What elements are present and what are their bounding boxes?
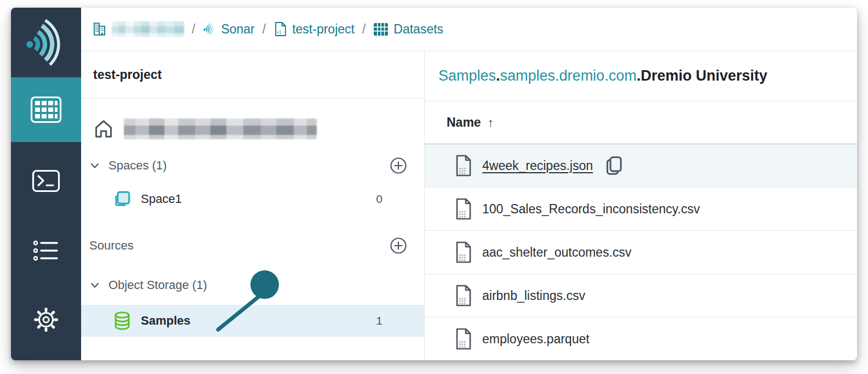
terminal-icon (32, 169, 60, 192)
project-title: test-project (81, 51, 424, 99)
nav-datasets[interactable] (11, 77, 81, 142)
tree-samples-row[interactable]: Samples 1 (81, 305, 424, 337)
file-icon (455, 327, 472, 350)
redacted-org-name (112, 21, 184, 37)
tree-object-storage-row[interactable]: Object Storage (1) (81, 273, 424, 297)
sort-ascending-icon[interactable]: ↑ (488, 116, 494, 130)
table-row[interactable]: employees.parquet (425, 318, 857, 360)
add-space-button[interactable] (389, 156, 408, 175)
path-dot: . (637, 67, 641, 84)
datasets-panel: Samples.samples.dremio.com.Dremio Univer… (425, 51, 857, 360)
breadcrumb-sonar-label: Sonar (221, 22, 254, 37)
left-nav-rail (11, 8, 81, 360)
path-segment-folder: Dremio University (641, 67, 767, 84)
table-row[interactable]: airbnb_listings.csv (425, 274, 857, 318)
path-segment-samples[interactable]: Samples (438, 67, 496, 84)
project-panel: test-project Spaces (1) (81, 51, 425, 360)
file-name[interactable]: 100_Sales_Records_inconsistency.csv (482, 202, 700, 217)
file-icon (455, 241, 472, 264)
home-icon (93, 118, 114, 140)
copy-path-button[interactable] (605, 155, 624, 176)
file-name[interactable]: aac_shelter_outcomes.csv (482, 245, 631, 260)
breadcrumb-datasets[interactable]: Datasets (373, 22, 443, 37)
nav-sql-runner[interactable] (11, 149, 81, 213)
redacted-home-name (124, 118, 317, 139)
chevron-down-icon[interactable] (89, 160, 101, 172)
dremio-logo[interactable] (11, 8, 81, 77)
breadcrumb-sonar[interactable]: Sonar (203, 22, 254, 37)
table-header: Name ↑ (425, 101, 857, 144)
file-icon (455, 197, 472, 220)
table-row[interactable]: aac_shelter_outcomes.csv (425, 231, 857, 274)
tree-home-row[interactable] (81, 112, 424, 145)
resource-tree: Spaces (1) (81, 99, 424, 360)
chevron-down-icon[interactable] (89, 279, 101, 291)
datasets-grid-icon (373, 22, 389, 36)
breadcrumb-organization[interactable] (92, 21, 184, 37)
plus-circle-icon (390, 237, 407, 254)
file-icon (455, 284, 472, 307)
app-window: / Sonar / (11, 8, 857, 360)
breadcrumb: / Sonar / (81, 8, 857, 51)
tree-space1-row[interactable]: Space1 0 (81, 186, 424, 212)
sonar-icon (203, 22, 216, 36)
space1-count: 0 (354, 192, 382, 206)
file-name[interactable]: employees.parquet (482, 332, 590, 347)
table-row[interactable]: 4week_recipes.json (425, 144, 857, 188)
spaces-label: Spaces (1) (108, 158, 167, 173)
add-source-button[interactable] (389, 236, 408, 255)
breadcrumb-datasets-label: Datasets (393, 22, 443, 37)
sources-label: Sources (89, 239, 134, 253)
project-icon (273, 21, 287, 37)
samples-label: Samples (141, 314, 191, 328)
space-icon (112, 189, 132, 209)
breadcrumb-separator: / (362, 22, 366, 37)
gear-icon (32, 306, 60, 333)
nav-jobs[interactable] (11, 218, 81, 283)
breadcrumb-separator: / (262, 22, 266, 37)
path-segment-bucket[interactable]: samples.dremio.com (500, 67, 637, 84)
organization-icon (92, 21, 107, 37)
name-column-header[interactable]: Name (447, 115, 481, 130)
dataset-path-header: Samples.samples.dremio.com.Dremio Univer… (425, 51, 857, 101)
file-icon (455, 154, 472, 177)
nav-settings[interactable] (11, 287, 81, 352)
file-name[interactable]: airbnb_listings.csv (482, 288, 585, 303)
samples-count: 1 (354, 314, 382, 327)
sonar-logo-icon (24, 19, 68, 66)
tree-spaces-row[interactable]: Spaces (1) (81, 154, 424, 178)
copy-icon (605, 155, 624, 176)
jobs-list-icon (32, 239, 60, 263)
file-name-link[interactable]: 4week_recipes.json (482, 158, 593, 173)
breadcrumb-project[interactable]: test-project (273, 21, 355, 37)
table-row[interactable]: 100_Sales_Records_inconsistency.csv (425, 188, 857, 231)
object-storage-label: Object Storage (1) (108, 278, 207, 292)
plus-circle-icon (390, 157, 407, 174)
breadcrumb-separator: / (192, 22, 195, 37)
space1-label: Space1 (141, 192, 182, 206)
database-icon (112, 310, 132, 331)
datasets-grid-icon (30, 96, 62, 123)
breadcrumb-project-label: test-project (292, 22, 355, 37)
path-dot: . (496, 67, 500, 84)
tree-sources-header: Sources (81, 233, 424, 258)
